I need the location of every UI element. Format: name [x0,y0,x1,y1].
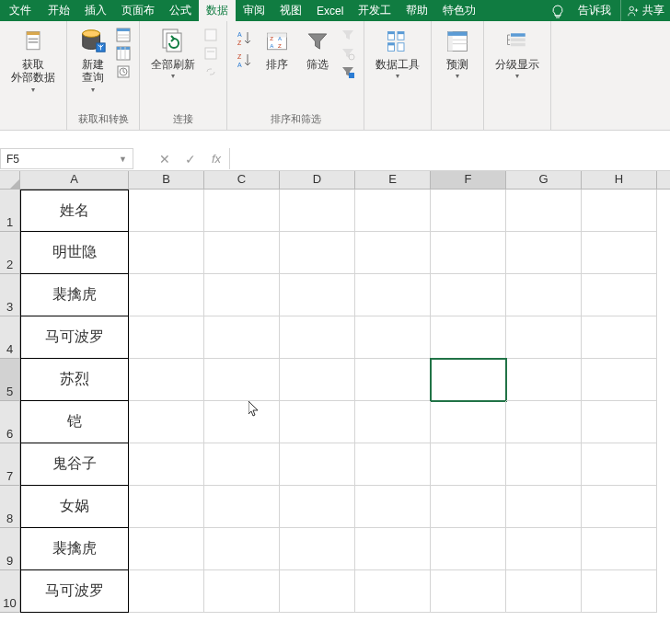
cell[interactable] [280,232,355,274]
cell[interactable] [280,274,355,316]
cell[interactable] [431,190,506,232]
row-header[interactable]: 5 [0,359,20,401]
cell[interactable] [506,486,582,528]
cell[interactable] [431,443,506,486]
outline-button[interactable]: 分级显示▾ [490,25,545,83]
cell[interactable]: 女娲 [20,486,129,528]
cell[interactable] [431,401,506,443]
cell[interactable] [355,274,431,316]
cell[interactable]: 苏烈 [20,359,129,401]
cell[interactable] [129,528,204,570]
cell[interactable] [204,528,280,570]
col-header-f[interactable]: F [431,171,506,189]
lightbulb-icon[interactable] [550,4,565,18]
cell[interactable] [280,443,355,486]
name-box[interactable]: F5 ▼ [0,148,133,169]
cell[interactable] [506,401,582,443]
cell[interactable] [129,316,204,359]
cell[interactable] [129,232,204,274]
cell[interactable] [280,316,355,359]
col-header-c[interactable]: C [204,171,280,189]
share-button[interactable]: 共享 [620,0,670,21]
col-header-h[interactable]: H [582,171,657,189]
tab-special[interactable]: 特色功 [435,0,483,21]
cell[interactable] [129,359,204,401]
cell[interactable] [280,570,355,613]
cell[interactable] [506,232,582,274]
properties-button[interactable] [202,45,219,62]
tab-view[interactable]: 视图 [272,0,309,21]
select-all-corner[interactable] [0,171,20,190]
cell[interactable] [355,570,431,613]
cell[interactable] [204,190,280,232]
clear-filter-button[interactable] [340,27,356,43]
cell[interactable] [506,443,582,486]
forecast-button[interactable]: 预测▾ [437,25,478,83]
cell[interactable] [204,359,280,401]
sort-button[interactable]: ZAAZ 排序 [257,25,297,73]
cell[interactable] [431,528,506,570]
cell[interactable]: 铠 [20,401,129,443]
cell[interactable]: 裴擒虎 [20,528,129,570]
refresh-all-button[interactable]: 全部刷新▾ [145,25,201,83]
cell[interactable] [582,359,657,401]
cell[interactable] [355,190,431,232]
cell[interactable] [582,401,657,443]
cell[interactable] [129,190,204,232]
row-header[interactable]: 10 [0,570,20,613]
row-header[interactable]: 3 [0,274,20,316]
from-table-button[interactable] [115,45,132,62]
show-queries-button[interactable] [115,27,132,43]
cell[interactable] [431,274,506,316]
reapply-button[interactable] [340,45,356,62]
cell[interactable] [129,401,204,443]
col-header-d[interactable]: D [280,171,355,189]
cell[interactable] [355,443,431,486]
tab-formulas[interactable]: 公式 [162,0,199,21]
tab-excel[interactable]: Excel [309,2,351,20]
cell[interactable] [280,528,355,570]
cell[interactable]: 鬼谷子 [20,443,129,486]
cell[interactable] [204,401,280,443]
cell[interactable] [355,528,431,570]
chevron-down-icon[interactable]: ▼ [119,155,127,164]
tab-file[interactable]: 文件 [0,0,40,21]
cell[interactable] [506,359,582,401]
cell[interactable] [506,190,582,232]
cell[interactable] [506,316,582,359]
cell[interactable] [431,486,506,528]
cell[interactable]: 明世隐 [20,232,129,274]
cell[interactable] [355,401,431,443]
cell[interactable] [582,570,657,613]
col-header-b[interactable]: B [129,171,204,189]
cell[interactable] [355,486,431,528]
cell[interactable] [582,443,657,486]
cell[interactable] [506,528,582,570]
cell[interactable] [280,401,355,443]
tab-help[interactable]: 帮助 [399,0,435,21]
enter-button[interactable]: ✓ [178,147,203,171]
tab-developer[interactable]: 开发工 [351,0,399,21]
cell[interactable] [431,232,506,274]
tab-home[interactable]: 开始 [40,0,77,21]
row-header[interactable]: 9 [0,528,20,570]
connections-button[interactable] [202,27,219,43]
cell[interactable] [431,359,506,401]
col-header-e[interactable]: E [355,171,431,189]
cell[interactable] [204,232,280,274]
data-tools-button[interactable]: 数据工具▾ [370,25,425,83]
row-header[interactable]: 6 [0,401,20,443]
cell[interactable]: 姓名 [20,190,129,232]
cell[interactable] [280,486,355,528]
get-external-data-button[interactable]: 获取 外部数据▾ [6,25,61,96]
new-query-button[interactable]: 新建 查询▾ [73,25,113,96]
cell[interactable] [204,486,280,528]
cell[interactable] [582,190,657,232]
tab-pagelayout[interactable]: 页面布 [114,0,162,21]
tab-data[interactable]: 数据 [199,0,236,21]
cell[interactable] [582,274,657,316]
edit-links-button[interactable] [202,63,219,80]
cell[interactable] [582,316,657,359]
row-header[interactable]: 4 [0,316,20,359]
col-header-a[interactable]: A [20,171,129,189]
